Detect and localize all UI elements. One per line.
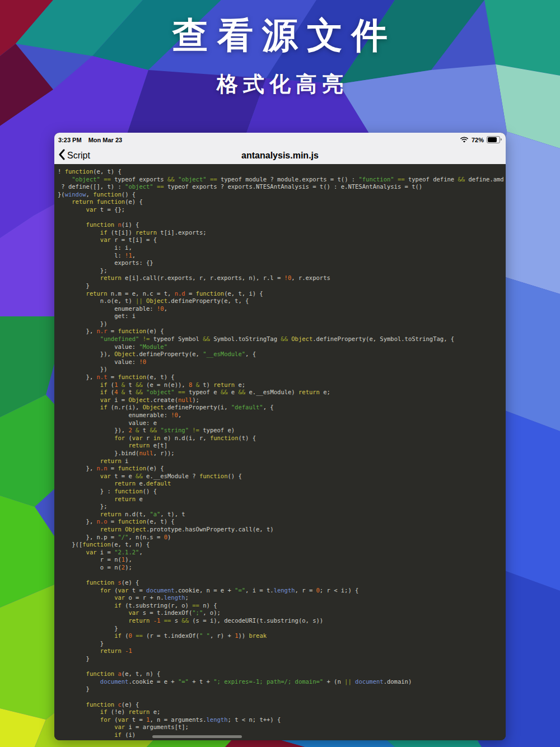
- code-line: function s(e) {: [58, 579, 506, 587]
- code-line: if (1 & t && (e = n(e)), 8 & t) return e…: [58, 381, 506, 389]
- code-line: }, n.p = "/", n(n.s = 0): [58, 534, 506, 541]
- code-line: value: !0: [58, 358, 506, 366]
- code-line: value: e: [58, 419, 506, 427]
- status-date: Mon Mar 23: [88, 137, 123, 143]
- code-line: return -1 == s && (s = i), decodeURI(t.s…: [58, 617, 506, 625]
- back-label: Script: [67, 151, 90, 161]
- code-line: var i = Object.create(null);: [58, 396, 506, 404]
- code-line: var r = t[i] = {: [58, 236, 506, 244]
- back-button[interactable]: Script: [58, 149, 90, 162]
- code-line: if (t.substring(r, o) == n) {: [58, 602, 506, 610]
- code-line: }: [58, 655, 506, 663]
- battery-percent: 72%: [472, 137, 484, 143]
- code-line: var t = e && e.__esModule ? function() {: [58, 473, 506, 480]
- page-title: antanalysis.min.js: [54, 151, 506, 161]
- code-line: }, n.o = function(e, t) {: [58, 518, 506, 526]
- app-window: 3:23 PM Mon Mar 23 72% antanalysis.min.j…: [54, 133, 506, 740]
- status-time: 3:23 PM: [58, 137, 82, 143]
- code-line: var s = t.indexOf(";", o);: [58, 609, 506, 617]
- code-line: o = n(2);: [58, 564, 506, 572]
- code-line: } : function() {: [58, 488, 506, 496]
- code-line: enumerable: !0,: [58, 412, 506, 419]
- code-line: return i: [58, 457, 506, 465]
- code-line: var i = "2.1.2",: [58, 549, 506, 557]
- status-right: 72%: [460, 136, 500, 143]
- code-line: }.bind(null, r));: [58, 450, 506, 457]
- code-line: ? define([], t) : "object" == typeof exp…: [58, 183, 506, 191]
- code-line: return Object.prototype.hasOwnProperty.c…: [58, 526, 506, 534]
- horizontal-scrollbar[interactable]: [152, 735, 242, 738]
- code-content: ! function(e, t) { "object" == typeof ex…: [54, 164, 506, 740]
- hero-title: 查看源文件: [0, 11, 560, 60]
- code-line: return e[t]: [58, 442, 506, 450]
- code-viewer[interactable]: ! function(e, t) { "object" == typeof ex…: [54, 164, 506, 740]
- code-line: function a(e, t, n) {: [58, 670, 506, 678]
- code-line: [58, 571, 506, 579]
- code-line: get: i: [58, 312, 506, 320]
- code-line: l: !1,: [58, 252, 506, 260]
- window-chrome: 3:23 PM Mon Mar 23 72% antanalysis.min.j…: [54, 133, 506, 164]
- code-line: exports: {}: [58, 259, 506, 267]
- code-line: enumerable: !0,: [58, 305, 506, 313]
- code-line: if (n.r(i), Object.defineProperty(i, "de…: [58, 404, 506, 412]
- code-line: }): [58, 366, 506, 374]
- code-line: i: i,: [58, 244, 506, 252]
- code-line: document.cookie = e + "=" + t + "; expir…: [58, 678, 506, 686]
- code-line: var t = {};: [58, 206, 506, 214]
- code-line: };: [58, 267, 506, 275]
- battery-icon: [487, 136, 500, 143]
- code-line: }([function(e, t, n) {: [58, 541, 506, 549]
- code-line: if (i): [58, 731, 506, 739]
- code-line: return n.m = e, n.c = t, n.d = function(…: [58, 290, 506, 298]
- code-line: }): [58, 320, 506, 328]
- code-line: };: [58, 503, 506, 511]
- code-line: }(window, function() {: [58, 191, 506, 199]
- code-line: }: [58, 640, 506, 648]
- code-line: "undefined" != typeof Symbol && Symbol.t…: [58, 335, 506, 343]
- chevron-left-icon: [58, 149, 65, 162]
- code-line: var o = r + n.length;: [58, 594, 506, 602]
- code-line: if (!e) return e;: [58, 708, 506, 716]
- code-line: if (0 == (r = t.indexOf(" ", r) + 1)) br…: [58, 632, 506, 640]
- code-line: [58, 214, 506, 222]
- hero-banner: 查看源文件 格式化高亮: [0, 0, 560, 99]
- code-line: }, n.t = function(e, t) {: [58, 374, 506, 381]
- code-line: ! function(e, t) {: [58, 168, 506, 176]
- code-line: for (var t = document.cookie, n = e + "=…: [58, 587, 506, 595]
- wifi-icon: [460, 137, 469, 143]
- code-line: return -1: [58, 647, 506, 655]
- status-bar: 3:23 PM Mon Mar 23 72%: [54, 133, 506, 146]
- code-line: }), Object.defineProperty(e, "__esModule…: [58, 351, 506, 358]
- code-line: for (var r in e) n.d(i, r, function(t) {: [58, 435, 506, 442]
- status-left: 3:23 PM Mon Mar 23: [58, 137, 127, 143]
- code-line: if (4 & t && "object" == typeof e && e &…: [58, 389, 506, 396]
- code-line: }: [58, 685, 506, 693]
- code-line: }, n.n = function(e) {: [58, 465, 506, 473]
- code-line: }), 2 & t && "string" != typeof e): [58, 427, 506, 435]
- code-line: for (var t = 1, n = arguments.length; t …: [58, 716, 506, 724]
- code-line: }: [58, 282, 506, 290]
- code-line: return e.default: [58, 480, 506, 488]
- code-line: [58, 693, 506, 701]
- code-line: "object" == typeof exports && "object" =…: [58, 176, 506, 184]
- code-line: value: "Module": [58, 343, 506, 351]
- code-line: for (var r in i) void 0 === e[r] && (e[r…: [58, 739, 506, 740]
- code-line: function c(e) {: [58, 701, 506, 709]
- code-line: r = n(1),: [58, 556, 506, 564]
- code-line: [58, 663, 506, 671]
- code-line: n.o(e, t) || Object.defineProperty(e, t,…: [58, 297, 506, 305]
- hero-subtitle: 格式化高亮: [0, 70, 560, 99]
- code-line: }, n.r = function(e) {: [58, 328, 506, 335]
- code-line: return n.d(t, "a", t), t: [58, 511, 506, 519]
- code-line: }: [58, 625, 506, 633]
- code-line: function n(i) {: [58, 221, 506, 229]
- code-line: if (t[i]) return t[i].exports;: [58, 229, 506, 237]
- code-line: return e[i].call(r.exports, r, r.exports…: [58, 274, 506, 282]
- navigation-bar: antanalysis.min.js Script: [54, 146, 506, 165]
- code-line: var i = arguments[t];: [58, 723, 506, 731]
- code-line: return function(e) {: [58, 198, 506, 206]
- code-line: return e: [58, 496, 506, 503]
